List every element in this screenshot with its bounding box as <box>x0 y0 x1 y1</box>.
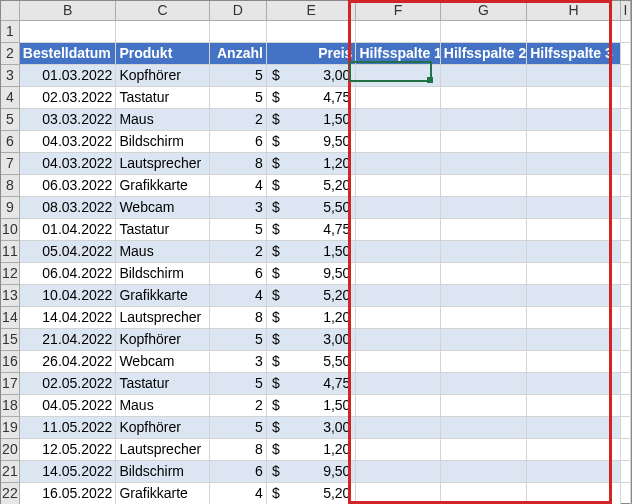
cell-F13[interactable] <box>356 285 440 307</box>
cell-D9[interactable]: 3 <box>209 197 266 219</box>
row-16[interactable]: 1626.04.2022Webcam3$5,50 <box>1 351 631 373</box>
cell-G3[interactable] <box>440 65 526 87</box>
row-9[interactable]: 908.03.2022Webcam3$5,50 <box>1 197 631 219</box>
cell-E1[interactable] <box>266 21 355 43</box>
row-header-6[interactable]: 6 <box>1 131 19 153</box>
row-header-7[interactable]: 7 <box>1 153 19 175</box>
cell-F11[interactable] <box>356 241 440 263</box>
cell-G12[interactable] <box>440 263 526 285</box>
row-7[interactable]: 704.03.2022Lautsprecher8$1,20 <box>1 153 631 175</box>
cell-H3[interactable] <box>527 65 621 87</box>
cell-I16[interactable] <box>620 351 630 373</box>
cell-F19[interactable] <box>356 417 440 439</box>
cell-C13[interactable]: Grafikkarte <box>116 285 210 307</box>
cell-F9[interactable] <box>356 197 440 219</box>
spreadsheet-viewport[interactable]: BCDEFGHI 12BestelldatumProduktAnzahlPrei… <box>0 0 632 504</box>
cell-C4[interactable]: Tastatur <box>116 87 210 109</box>
row-header-21[interactable]: 21 <box>1 461 19 483</box>
cell-B4[interactable]: 02.03.2022 <box>19 87 116 109</box>
row-header-5[interactable]: 5 <box>1 109 19 131</box>
cell-B9[interactable]: 08.03.2022 <box>19 197 116 219</box>
cell-G14[interactable] <box>440 307 526 329</box>
cell-B10[interactable]: 01.04.2022 <box>19 219 116 241</box>
cell-B21[interactable]: 14.05.2022 <box>19 461 116 483</box>
row-header-12[interactable]: 12 <box>1 263 19 285</box>
cell-B1[interactable] <box>19 21 116 43</box>
cell-H21[interactable] <box>527 461 621 483</box>
cell-F5[interactable] <box>356 109 440 131</box>
cell-G22[interactable] <box>440 483 526 505</box>
cell-I8[interactable] <box>620 175 630 197</box>
cell-F21[interactable] <box>356 461 440 483</box>
row-22[interactable]: 2216.05.2022Grafikkarte4$5,20 <box>1 483 631 505</box>
cell-B13[interactable]: 10.04.2022 <box>19 285 116 307</box>
cell-D13[interactable]: 4 <box>209 285 266 307</box>
cell-E19[interactable]: $3,00 <box>266 417 355 439</box>
row-header-20[interactable]: 20 <box>1 439 19 461</box>
cell-H19[interactable] <box>527 417 621 439</box>
row-6[interactable]: 604.03.2022Bildschirm6$9,50 <box>1 131 631 153</box>
cell-D15[interactable]: 5 <box>209 329 266 351</box>
cell-D10[interactable]: 5 <box>209 219 266 241</box>
row-header-16[interactable]: 16 <box>1 351 19 373</box>
row-10[interactable]: 1001.04.2022Tastatur5$4,75 <box>1 219 631 241</box>
row-header-8[interactable]: 8 <box>1 175 19 197</box>
cell-B16[interactable]: 26.04.2022 <box>19 351 116 373</box>
cell-G2[interactable]: Hilfsspalte 2 <box>440 43 526 65</box>
cell-B22[interactable]: 16.05.2022 <box>19 483 116 505</box>
grid[interactable]: BCDEFGHI 12BestelldatumProduktAnzahlPrei… <box>1 1 631 504</box>
cell-C12[interactable]: Bildschirm <box>116 263 210 285</box>
cell-D2[interactable]: Anzahl <box>209 43 266 65</box>
row-12[interactable]: 1206.04.2022Bildschirm6$9,50 <box>1 263 631 285</box>
row-5[interactable]: 503.03.2022Maus2$1,50 <box>1 109 631 131</box>
cell-E16[interactable]: $5,50 <box>266 351 355 373</box>
cell-I17[interactable] <box>620 373 630 395</box>
cell-D3[interactable]: 5 <box>209 65 266 87</box>
cell-B20[interactable]: 12.05.2022 <box>19 439 116 461</box>
row-4[interactable]: 402.03.2022Tastatur5$4,75 <box>1 87 631 109</box>
cell-C17[interactable]: Tastatur <box>116 373 210 395</box>
col-header-B[interactable]: B <box>19 1 116 21</box>
col-header-F[interactable]: F <box>356 1 440 21</box>
cell-C2[interactable]: Produkt <box>116 43 210 65</box>
row-header-18[interactable]: 18 <box>1 395 19 417</box>
cell-I7[interactable] <box>620 153 630 175</box>
cell-C6[interactable]: Bildschirm <box>116 131 210 153</box>
cell-E6[interactable]: $9,50 <box>266 131 355 153</box>
row-header-19[interactable]: 19 <box>1 417 19 439</box>
cell-C11[interactable]: Maus <box>116 241 210 263</box>
cell-E18[interactable]: $1,50 <box>266 395 355 417</box>
cell-D12[interactable]: 6 <box>209 263 266 285</box>
cell-C19[interactable]: Kopfhörer <box>116 417 210 439</box>
column-header-row[interactable]: BCDEFGHI <box>1 1 631 21</box>
cell-G13[interactable] <box>440 285 526 307</box>
row-header-15[interactable]: 15 <box>1 329 19 351</box>
cell-E11[interactable]: $1,50 <box>266 241 355 263</box>
row-header-4[interactable]: 4 <box>1 87 19 109</box>
col-header-E[interactable]: E <box>266 1 355 21</box>
cell-H14[interactable] <box>527 307 621 329</box>
cell-I14[interactable] <box>620 307 630 329</box>
cell-G7[interactable] <box>440 153 526 175</box>
cell-H2[interactable]: Hilfsspalte 3 <box>527 43 621 65</box>
cell-B18[interactable]: 04.05.2022 <box>19 395 116 417</box>
cell-D17[interactable]: 5 <box>209 373 266 395</box>
cell-I11[interactable] <box>620 241 630 263</box>
cell-H9[interactable] <box>527 197 621 219</box>
cell-E4[interactable]: $4,75 <box>266 87 355 109</box>
row-header-17[interactable]: 17 <box>1 373 19 395</box>
cell-G16[interactable] <box>440 351 526 373</box>
cell-H13[interactable] <box>527 285 621 307</box>
row-header-10[interactable]: 10 <box>1 219 19 241</box>
cell-C22[interactable]: Grafikkarte <box>116 483 210 505</box>
cell-G5[interactable] <box>440 109 526 131</box>
cell-B3[interactable]: 01.03.2022 <box>19 65 116 87</box>
col-header-C[interactable]: C <box>116 1 210 21</box>
cell-G9[interactable] <box>440 197 526 219</box>
cell-I3[interactable] <box>620 65 630 87</box>
cell-D14[interactable]: 8 <box>209 307 266 329</box>
cell-I5[interactable] <box>620 109 630 131</box>
cell-G4[interactable] <box>440 87 526 109</box>
cell-I4[interactable] <box>620 87 630 109</box>
cell-D7[interactable]: 8 <box>209 153 266 175</box>
